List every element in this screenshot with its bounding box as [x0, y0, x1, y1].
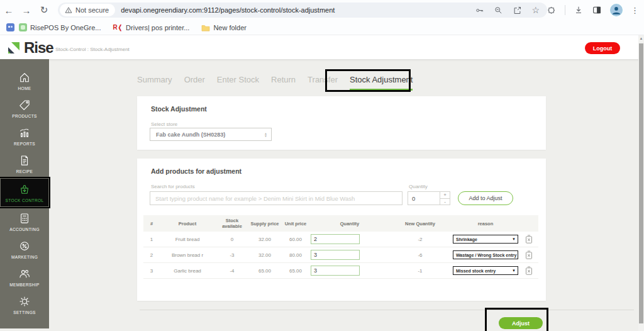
delete-row-button[interactable] — [525, 235, 533, 244]
password-key-icon[interactable] — [475, 6, 484, 15]
tab-transfer[interactable]: Transfer — [308, 75, 338, 91]
reload-icon[interactable]: ↻ — [35, 4, 53, 16]
delete-row-button[interactable] — [525, 266, 533, 275]
sidebar-item-recipe[interactable]: RECIPE — [0, 150, 49, 177]
stock-available: 0 — [215, 237, 249, 242]
row-quantity-input[interactable] — [311, 234, 360, 244]
row-index: 3 — [143, 268, 160, 274]
col-header-stock: Stock available — [215, 218, 249, 229]
reason-select[interactable]: Shrinkage▼ — [453, 235, 518, 244]
quantity-label: Quantity — [409, 184, 428, 189]
row-index: 2 — [143, 252, 160, 258]
url-text[interactable]: devapi.onegreendiary.com:9112/pages/stoc… — [121, 6, 335, 14]
back-icon[interactable]: ← — [0, 5, 18, 16]
adjust-button[interactable]: Adjust — [499, 317, 543, 329]
scroll-up-icon[interactable]: ▲ — [638, 36, 644, 40]
rc-favicon: R❬ — [113, 24, 123, 31]
profile-avatar[interactable] — [610, 4, 623, 16]
logout-button[interactable]: Logout — [585, 42, 620, 54]
select-spinner-icon: ▲▼ — [264, 132, 267, 137]
tag-icon — [18, 99, 31, 111]
row-quantity-input[interactable] — [311, 250, 360, 260]
stock-control-tabs: Summary Order Enter Stock Return Transfe… — [137, 75, 413, 91]
quantity-increment-button[interactable]: + — [440, 192, 450, 199]
col-header-product: Product — [160, 221, 215, 227]
rise-logo-icon — [6, 40, 21, 55]
col-header-index: # — [143, 221, 160, 227]
sidebar-item-membership[interactable]: MEMBERSHIP — [0, 263, 49, 291]
page-scrollbar[interactable]: ▲ — [638, 35, 644, 331]
sidebar-item-marketing[interactable]: MARKETING — [0, 235, 49, 263]
product-search-input[interactable] — [150, 191, 402, 205]
select-store-label: Select store — [151, 121, 177, 127]
dropdown-arrow-icon: ▼ — [512, 237, 516, 241]
not-secure-chip[interactable]: Not secure — [60, 4, 115, 16]
tab-stock-adjustment[interactable]: Stock Adjustment — [350, 75, 413, 91]
not-secure-label: Not secure — [75, 6, 109, 14]
breadcrumb: Stock-Control : Stock-Adjustment — [55, 47, 130, 52]
quantity-input[interactable] — [408, 192, 440, 205]
sidebar-item-products[interactable]: PRODUCTS — [0, 94, 49, 122]
table-row: 2 Brown bread r -3 32.00 80.00 -6 Wastag… — [143, 247, 538, 263]
basket-icon — [18, 183, 31, 196]
bookmark-risepos[interactable]: RisePOS By OneGre... — [19, 23, 101, 31]
extensions-puzzle-icon[interactable] — [547, 5, 557, 15]
search-label: Search for products — [151, 184, 195, 189]
store-select[interactable]: Fab cake Aundh (SH0283) ▲▼ — [150, 128, 272, 141]
card-title: Stock Adjustment — [151, 105, 207, 113]
unit-price: 65.00 — [280, 268, 311, 274]
col-header-reason: reason — [452, 221, 519, 227]
adjustment-table: # Product Stock available Supply price U… — [143, 215, 538, 279]
col-header-supply: Supply price — [249, 221, 280, 227]
delete-row-button[interactable] — [525, 250, 533, 259]
brand[interactable]: Rise — [6, 39, 53, 57]
scrollbar-thumb[interactable] — [639, 43, 643, 323]
footer-divider — [140, 310, 634, 310]
sidebar-item-home[interactable]: HOME — [0, 67, 49, 94]
add-to-adjust-button[interactable]: Add to Adjust — [458, 191, 513, 205]
tab-enter-stock[interactable]: Enter Stock — [217, 75, 259, 91]
zoom-out-icon[interactable] — [494, 6, 503, 15]
reason-select[interactable]: Missed stock entry▼ — [453, 266, 518, 275]
download-icon[interactable] — [574, 5, 584, 15]
chrome-menu-icon[interactable]: ⋮ — [631, 6, 639, 15]
share-icon[interactable] — [513, 6, 522, 15]
warning-icon — [65, 6, 72, 14]
supply-price: 32.00 — [249, 237, 280, 242]
home-icon — [18, 71, 31, 84]
sidebar-item-stock-control[interactable]: STOCK CONTROL — [1, 179, 48, 206]
bookmark-new-folder[interactable]: New folder — [201, 24, 247, 31]
bookmark-star-icon[interactable]: ☆ — [531, 6, 540, 14]
chart-icon — [18, 126, 31, 139]
new-quantity: -6 — [389, 252, 452, 258]
table-row: 1 Fruit bread 0 32.00 60.00 -2 Shrinkage… — [143, 232, 538, 247]
bookmark-drivers[interactable]: R❬ Drivers| pos printer... — [113, 24, 189, 31]
risepos-favicon — [19, 23, 27, 31]
tab-order[interactable]: Order — [184, 75, 205, 91]
apps-favicon[interactable] — [6, 23, 14, 31]
product-name: Garlic bread — [160, 268, 215, 274]
table-header-row: # Product Stock available Supply price U… — [143, 215, 538, 232]
row-index: 1 — [143, 237, 160, 242]
store-select-value: Fab cake Aundh (SH0283) — [156, 132, 225, 138]
add-products-card: Add products for adjustment Search for p… — [137, 159, 546, 301]
tab-return[interactable]: Return — [271, 75, 296, 91]
quantity-decrement-button[interactable]: - — [440, 199, 450, 205]
folder-icon — [201, 24, 210, 31]
side-panel-icon[interactable] — [592, 5, 602, 15]
row-quantity-input[interactable] — [311, 266, 360, 276]
gear-icon — [18, 295, 31, 308]
address-bar[interactable]: Not secure devapi.onegreendiary.com:9112… — [58, 3, 547, 18]
tab-summary[interactable]: Summary — [137, 75, 172, 91]
forward-icon[interactable]: → — [18, 5, 35, 16]
browser-toolbar: ← → ↻ Not secure devapi.onegreendiary.co… — [0, 0, 644, 20]
sidebar-nav: HOME PRODUCTS REPORTS RECIPE STOCK CONTR… — [0, 59, 49, 328]
reason-select[interactable]: Wastage / Wrong Stock entry▼ — [453, 250, 518, 259]
calculator-icon — [18, 212, 31, 225]
people-icon — [18, 267, 31, 280]
sidebar-item-settings[interactable]: SETTINGS — [0, 291, 49, 318]
sidebar-item-reports[interactable]: REPORTS — [0, 122, 49, 150]
sidebar-item-accounting[interactable]: ACCOUNTING — [0, 208, 49, 235]
dropdown-arrow-icon: ▼ — [512, 269, 516, 272]
product-name: Brown bread r — [160, 252, 215, 258]
